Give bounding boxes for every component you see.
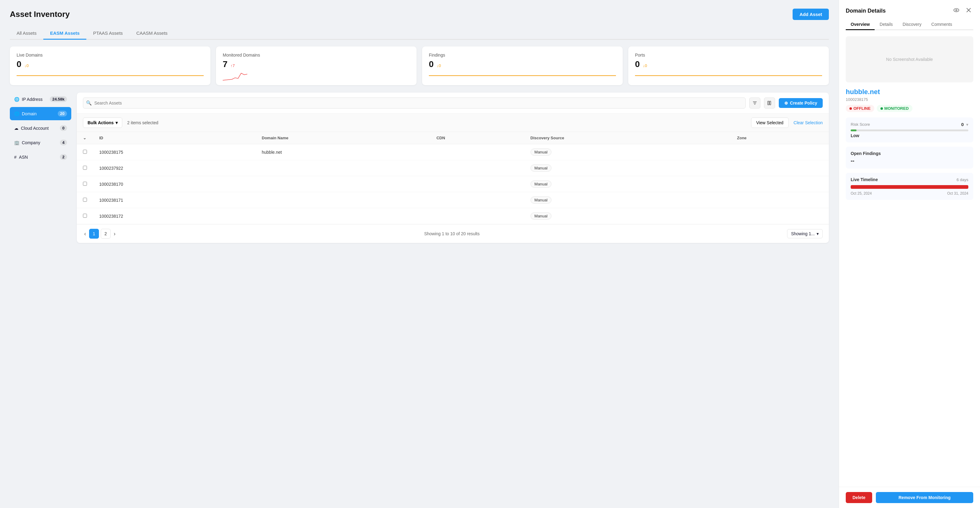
stat-ports-chart	[635, 75, 822, 76]
row3-checkbox[interactable]	[83, 182, 87, 186]
risk-bar-fill	[851, 129, 856, 131]
panel-close-button[interactable]	[964, 6, 973, 16]
sidebar-item-ip-address[interactable]: 🌐 IP Address 24.58k	[10, 93, 71, 106]
row5-checkbox[interactable]	[83, 214, 87, 218]
row2-cdn	[430, 160, 524, 176]
page-1-button[interactable]: 1	[89, 229, 99, 239]
bulk-actions-button[interactable]: Bulk Actions ▾	[83, 117, 122, 128]
timeline-header: Live Timeline 6 days	[851, 177, 968, 182]
selected-count: 2 items selected	[127, 120, 158, 125]
table-area: 🔍	[77, 93, 829, 243]
showing-dropdown[interactable]: Showing 1... ▾	[787, 229, 823, 238]
plus-icon: ⊕	[784, 101, 788, 105]
page-2-button[interactable]: 2	[101, 229, 111, 239]
company-count: 4	[60, 140, 67, 145]
domain-icon: 🌐	[14, 111, 19, 116]
offline-label: OFFLINE	[853, 106, 871, 111]
row3-checkbox-cell[interactable]	[77, 176, 93, 192]
panel-tab-details[interactable]: Details	[875, 19, 898, 30]
timeline-section: Live Timeline 6 days Oct 25, 2024 Oct 31…	[846, 173, 973, 200]
col-cdn[interactable]: CDN	[430, 132, 524, 144]
remove-monitoring-button[interactable]: Remove From Monitoring	[876, 492, 973, 503]
panel-title: Domain Details	[846, 8, 886, 14]
table-body: 1000238175 hubble.net Manual 1000237922 …	[77, 144, 829, 224]
timeline-days: 6 days	[957, 177, 968, 182]
row4-checkbox[interactable]	[83, 198, 87, 202]
bulk-actions-toolbar: Bulk Actions ▾ 2 items selected View Sel…	[77, 114, 829, 132]
panel-tab-comments[interactable]: Comments	[926, 19, 957, 30]
stat-ports: Ports 0 ↓0	[628, 46, 829, 85]
status-badges: OFFLINE MONITORED	[846, 105, 973, 112]
page-buttons: ‹ 1 2 ›	[83, 229, 117, 239]
row4-cdn	[430, 192, 524, 208]
stat-live-domains-change: ↓0	[25, 63, 29, 68]
row1-checkbox-cell[interactable]	[77, 144, 93, 160]
cloud-account-label: Cloud Account	[21, 126, 49, 131]
risk-header: Risk Score 0 ▾	[851, 122, 968, 127]
panel-eye-button[interactable]	[952, 6, 961, 16]
col-discovery-source[interactable]: Discovery Source	[524, 132, 731, 144]
row2-checkbox[interactable]	[83, 166, 87, 170]
row1-domain: hubble.net	[256, 144, 430, 160]
domain-count: 20	[58, 111, 67, 117]
add-asset-button[interactable]: Add Asset	[792, 9, 829, 20]
risk-score-label: Risk Score	[851, 122, 870, 127]
delete-button[interactable]: Delete	[846, 492, 872, 503]
row2-checkbox-cell[interactable]	[77, 160, 93, 176]
row1-id: 1000238175	[93, 144, 256, 160]
row1-zone	[731, 144, 829, 160]
timeline-bar	[851, 185, 968, 189]
company-label: Company	[22, 140, 40, 145]
sidebar-item-domain[interactable]: 🌐 Domain 20	[10, 107, 71, 120]
row3-zone	[731, 176, 829, 192]
screenshot-placeholder-text: No Screenshot Available	[886, 57, 933, 62]
tab-caasm-assets[interactable]: CAASM Assets	[130, 27, 175, 40]
row4-checkbox-cell[interactable]	[77, 192, 93, 208]
row1-cdn	[430, 144, 524, 160]
close-icon	[965, 7, 972, 14]
prev-page-button[interactable]: ‹	[83, 229, 87, 238]
row5-checkbox-cell[interactable]	[77, 208, 93, 224]
sidebar-item-company[interactable]: 🏢 Company 4	[10, 136, 71, 149]
row1-source: Manual	[524, 144, 731, 160]
sidebar-item-cloud-account[interactable]: ☁ Cloud Account 0	[10, 121, 71, 135]
domain-name-link[interactable]: hubble.net	[846, 88, 973, 96]
stat-live-domains: Live Domains 0 ↓0	[10, 46, 210, 85]
panel-tab-discovery[interactable]: Discovery	[898, 19, 926, 30]
svg-rect-3	[768, 101, 769, 105]
panel-tab-overview[interactable]: Overview	[846, 19, 875, 30]
pagination: ‹ 1 2 › Showing 1 to 10 of 20 results Sh…	[77, 224, 829, 243]
monitored-dot	[880, 107, 883, 110]
filter-icon	[752, 101, 757, 105]
stat-ports-label: Ports	[635, 53, 822, 58]
tab-ptaas-assets[interactable]: PTAAS Assets	[86, 27, 129, 40]
search-icon: 🔍	[86, 100, 92, 106]
sidebar-item-asn[interactable]: # ASN 2	[10, 150, 71, 164]
stat-live-domains-label: Live Domains	[17, 53, 204, 58]
filter-sidebar: 🌐 IP Address 24.58k 🌐 Domain 20 ☁ Clou	[10, 93, 71, 243]
col-zone[interactable]: Zone	[731, 132, 829, 144]
row1-checkbox[interactable]	[83, 150, 87, 154]
search-input[interactable]	[83, 97, 746, 109]
domain-detail-panel: Domain Details Overview Details	[839, 0, 980, 508]
col-domain-name[interactable]: Domain Name	[256, 132, 430, 144]
showing-dropdown-chevron-icon: ▾	[816, 231, 819, 236]
row4-id: 1000238171	[93, 192, 256, 208]
col-id[interactable]: ID	[93, 132, 256, 144]
risk-expand-icon[interactable]: ▾	[966, 122, 968, 127]
row2-zone	[731, 160, 829, 176]
columns-icon-button[interactable]	[764, 97, 775, 109]
asn-icon: #	[14, 155, 17, 160]
row5-cdn	[430, 208, 524, 224]
clear-selection-link[interactable]: Clear Selection	[794, 120, 823, 125]
next-page-button[interactable]: ›	[113, 229, 117, 238]
view-selected-button[interactable]: View Selected	[751, 117, 789, 128]
tab-all-assets[interactable]: All Assets	[10, 27, 43, 40]
filter-icon-button[interactable]	[749, 97, 760, 109]
content-area: 🌐 IP Address 24.58k 🌐 Domain 20 ☁ Clou	[10, 93, 829, 243]
tab-easm-assets[interactable]: EASM Assets	[43, 27, 86, 40]
create-policy-button[interactable]: ⊕ Create Policy	[779, 98, 823, 108]
table-row: 1000238172 Manual	[77, 208, 829, 224]
showing-dropdown-label: Showing 1...	[791, 231, 815, 236]
stat-findings: Findings 0 ↓0	[422, 46, 623, 85]
